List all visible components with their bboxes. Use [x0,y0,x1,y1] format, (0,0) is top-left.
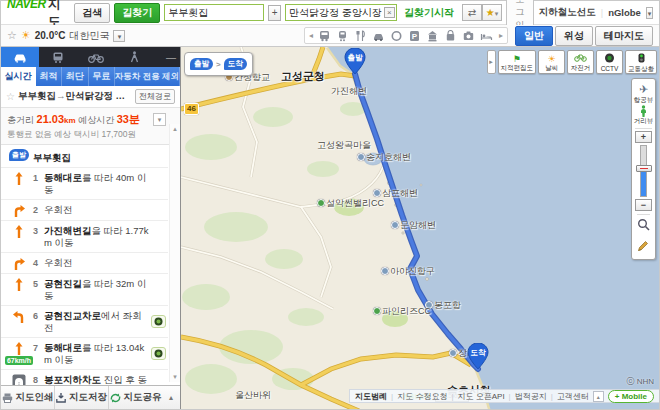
aerial-view-button[interactable]: ✈항공뷰 [634,82,654,104]
weather-dropdown-icon[interactable]: ▾ [113,30,125,42]
step-list-scrollbar[interactable]: ▴ ▾ [169,124,180,382]
end-input-wrap: × [285,4,397,21]
poi-scroll-left-icon[interactable]: ◂ [308,31,314,40]
transport-mode-bar: — [1,47,180,67]
taxi-fare-text: 예상 택시비 17,700원 [54,129,136,139]
route-step-1[interactable]: 1 동해대로를 따라 40m 이동 [1,168,168,200]
full-route-button[interactable]: 전체경로 [135,89,175,104]
start-point-row[interactable]: 출발 부부횟집 [1,145,168,168]
footer-expand-icon[interactable]: ▴ [593,391,604,402]
swap-route-icon[interactable]: ⇄ [462,4,482,21]
customer-center-link[interactable]: 고객센터 [557,391,589,402]
tab-no-expressway[interactable]: 자동차 전용 제외 [115,67,180,86]
zoom-out-button[interactable]: − [635,199,652,211]
end-pin[interactable]: 도착 [467,343,489,369]
underpass-icon [12,374,26,385]
weather-favorite-icon[interactable]: ☆ [7,29,17,42]
poi-train-icon[interactable] [336,29,350,42]
poi-subway-icon[interactable] [390,29,404,42]
tab-optimal[interactable]: 최적 [36,67,62,86]
mode-transit-icon[interactable] [39,47,77,67]
area-search-button[interactable] [637,217,650,235]
route-step-3[interactable]: 3 가진해변길을 따라 1.77km 이동 [1,221,168,253]
nglobe-dropdown-icon[interactable]: ▾ [646,7,653,19]
zoom-slider[interactable] [640,145,647,197]
route-overview-chip[interactable]: 출발 > 도착 [184,52,253,76]
mode-walk-icon[interactable] [115,47,153,67]
scroll-up-icon[interactable]: ▴ [173,124,177,134]
poi-shopping-icon[interactable] [444,29,458,42]
map-open-api-link[interactable]: 지도 오픈API [457,391,504,402]
end-input[interactable] [285,4,397,21]
poi-scroll-right-icon[interactable]: ▸ [498,31,504,40]
route-step-6[interactable]: 6 공현진교차로에서 좌회전 [1,306,168,338]
traffic-layer-button[interactable]: 교통상황 [625,50,657,74]
overlay-collapse-icon[interactable]: ▸ [487,50,496,74]
route-option-tabs: 실시간 최적 최단 무료 자동차 전용 제외 [1,67,180,86]
top-bar: NAVER 지도 검색 길찾기 + × 길찾기시작 ⇄ ★▾ 로그인 지하철노선… [1,1,659,25]
poi-bus-icon[interactable] [318,29,332,42]
route-step-7[interactable]: 67km/h 7 동해대로를 따라 13.04km 이동 [1,338,168,370]
start-directions-link[interactable]: 길찾기시작 [404,6,454,20]
tab-free[interactable]: 무료 [89,67,115,86]
route-step-8[interactable]: 49km/h 8 봉포지하차도 진입 후 동해대로를 따라 1.16km 이동 [1,370,168,385]
map-save-button[interactable]: 지도저장 [55,386,109,409]
traffic-light-icon [636,53,647,65]
bicycle-layer-button[interactable]: 자전거 [567,50,594,74]
weather-region-label: 대한민국 [69,29,109,43]
share-icon [110,393,121,403]
cctv-icon[interactable] [151,385,166,386]
favorite-route-icon[interactable]: ★▾ [482,4,502,21]
poi-parking-icon[interactable]: P [408,29,422,42]
map-share-button[interactable]: 지도공유 [109,386,162,409]
subway-map-link[interactable]: 지하철노선도 [539,6,596,19]
search-tab-button[interactable]: 검색 [74,3,110,23]
route-step-2[interactable]: 2 우회전 [1,200,168,221]
map-type-normal-button[interactable]: 일반 [515,26,553,46]
poi-lodging-icon[interactable] [480,29,494,42]
cctv-layer-button[interactable]: CCTV [596,50,623,74]
poi-bank-icon[interactable] [426,29,440,42]
map-legend-link[interactable]: 지도범례 [355,391,387,402]
map-edit-request-link[interactable]: 지도 수정요청 [397,391,447,402]
poi-photo-icon[interactable] [462,29,476,42]
zoom-in-button[interactable]: + [635,131,652,143]
cctv-icon[interactable] [151,315,166,328]
street-view-button[interactable]: 거리뷰 [634,104,654,125]
poi-car-icon[interactable] [372,29,386,42]
route-favorite-star-icon[interactable]: ☆ [6,91,15,102]
route-step-4[interactable]: 4 우회전 [1,253,168,274]
start-pin[interactable]: 출발 [344,48,366,74]
map-canvas[interactable]: 간성향교 고성군청 가진해변 고성왕곡마을 송지호해변 삼포해변 문암해변 설악… [181,47,659,409]
magnifier-icon [637,218,650,231]
mobile-button[interactable]: + Mobile [608,390,654,403]
mode-bicycle-icon[interactable] [77,47,115,67]
map-print-button[interactable]: 지도인쇄 [1,386,55,409]
straight-arrow-icon [13,278,25,291]
map-type-satellite-button[interactable]: 위성 [555,26,593,46]
cadastral-map-button[interactable]: ⚑지적편집도 [498,50,537,74]
tab-realtime[interactable]: 실시간 [1,67,36,86]
cctv-icon[interactable] [151,347,166,360]
map-type-theme-button[interactable]: 테마지도 [595,26,653,46]
clear-end-icon[interactable]: × [384,7,395,18]
poi-restaurant-icon[interactable] [354,29,368,42]
panel-minimize-icon[interactable]: — [162,47,180,67]
legal-notice-link[interactable]: 법적공지 [515,391,547,402]
zoom-slider-handle[interactable] [636,165,652,172]
mode-car-icon[interactable] [1,47,39,67]
tab-shortest[interactable]: 최단 [62,67,88,86]
turn-right-arrow-icon [12,257,26,270]
scroll-down-icon[interactable]: ▾ [173,372,177,382]
route-step-5[interactable]: 5 공현진길을 따라 32m 이동 [1,274,168,306]
straight-arrow-icon [13,225,25,238]
nglobe-link[interactable]: nGlobe [608,7,641,18]
action-bar-collapse-icon[interactable]: ▴ [162,386,180,409]
measure-distance-button[interactable] [637,238,650,256]
directions-tab-button[interactable]: 길찾기 [114,3,160,23]
summary-expand-icon[interactable]: ▾ [153,113,166,126]
sub-bar-right: ◂ P ▸ 일반 위성 테마지도 [304,26,653,46]
start-input[interactable] [164,4,264,21]
weather-layer-button[interactable]: ☀날씨 [538,50,565,74]
add-waypoint-button[interactable]: + [268,5,281,21]
